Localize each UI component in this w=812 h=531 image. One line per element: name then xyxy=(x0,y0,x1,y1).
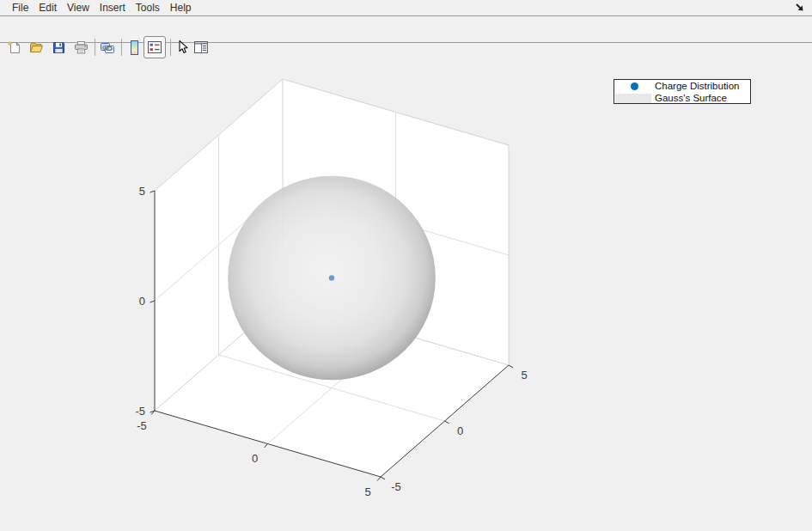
tick-label: -5 xyxy=(137,419,147,432)
colorbar-icon xyxy=(127,40,142,56)
save-figure-button[interactable] xyxy=(48,37,69,58)
open-file-button[interactable] xyxy=(26,37,46,58)
open-folder-icon xyxy=(29,40,44,55)
menu-edit[interactable]: Edit xyxy=(34,0,62,16)
charge-distribution-point xyxy=(329,275,334,280)
dock-figure-arrow-icon[interactable] xyxy=(794,2,806,14)
new-figure-button[interactable] xyxy=(3,37,24,58)
property-inspector-icon xyxy=(193,40,209,54)
link-plot-button[interactable] xyxy=(97,37,118,58)
link-plot-icon xyxy=(100,40,115,55)
pointer-arrow-icon xyxy=(175,40,189,55)
tick-label: -5 xyxy=(135,405,145,418)
legend-entry-charge-distribution[interactable]: Charge Distribution xyxy=(614,81,750,92)
property-inspector-button[interactable] xyxy=(191,37,211,58)
legend-marker-dot-icon xyxy=(631,82,638,90)
tick-label: 5 xyxy=(521,369,527,381)
legend-label: Gauss's Surface xyxy=(655,93,727,104)
print-figure-button[interactable] xyxy=(70,37,91,58)
new-figure-icon xyxy=(7,40,21,55)
edit-plot-button[interactable] xyxy=(172,37,192,58)
toolbar-separator xyxy=(121,39,122,56)
legend-label: Charge Distribution xyxy=(655,81,739,92)
menu-help[interactable]: Help xyxy=(165,0,197,16)
printer-icon xyxy=(74,40,89,55)
save-floppy-icon xyxy=(52,40,66,55)
insert-legend-icon xyxy=(147,40,162,54)
menu-insert[interactable]: Insert xyxy=(95,0,131,16)
plot-legend[interactable]: Charge Distribution Gauss's Surface xyxy=(614,79,751,104)
tick-label: -5 xyxy=(391,480,401,493)
tick-label: 0 xyxy=(139,295,145,308)
insert-legend-button[interactable] xyxy=(143,36,166,58)
tick-label: 5 xyxy=(139,185,145,198)
insert-colorbar-button[interactable] xyxy=(124,37,144,58)
toolbar-separator xyxy=(95,39,95,56)
figure-toolbar xyxy=(0,17,812,43)
tick-label: 0 xyxy=(457,424,463,437)
menu-bar: File Edit View Insert Tools Help xyxy=(0,0,812,16)
toolbar-separator xyxy=(170,39,171,56)
matlab-figure-window: -505-505-505 File Edit View Insert Tools… xyxy=(0,0,812,531)
legend-entry-gauss-surface[interactable]: Gauss's Surface xyxy=(614,93,750,104)
menu-tools[interactable]: Tools xyxy=(131,0,165,16)
tick-label: 5 xyxy=(364,485,370,498)
menu-view[interactable]: View xyxy=(62,0,95,16)
legend-surface-swatch xyxy=(615,94,651,103)
tick-label: 0 xyxy=(252,452,258,465)
menu-file[interactable]: File xyxy=(7,0,34,16)
